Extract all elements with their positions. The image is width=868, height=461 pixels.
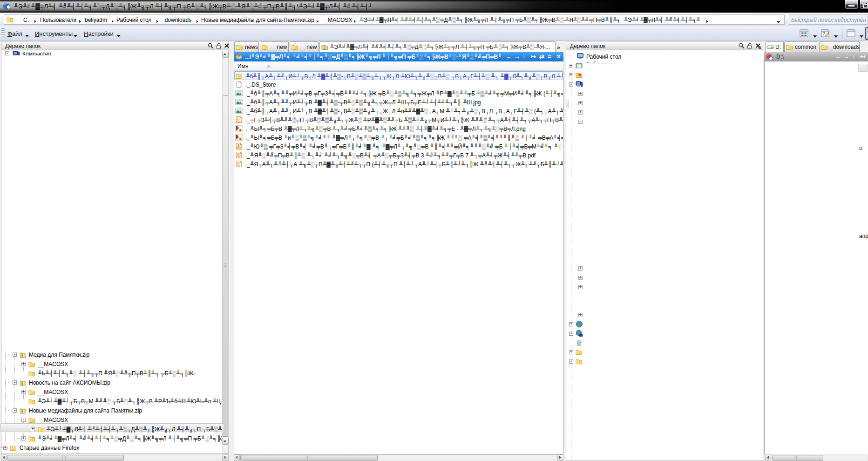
svg-text:PDF: PDF xyxy=(237,121,241,123)
svg-text:PDF: PDF xyxy=(237,147,241,149)
svg-text:PDF: PDF xyxy=(237,165,241,167)
svg-text:PDF: PDF xyxy=(237,156,241,158)
svg-text:?: ? xyxy=(822,31,825,36)
